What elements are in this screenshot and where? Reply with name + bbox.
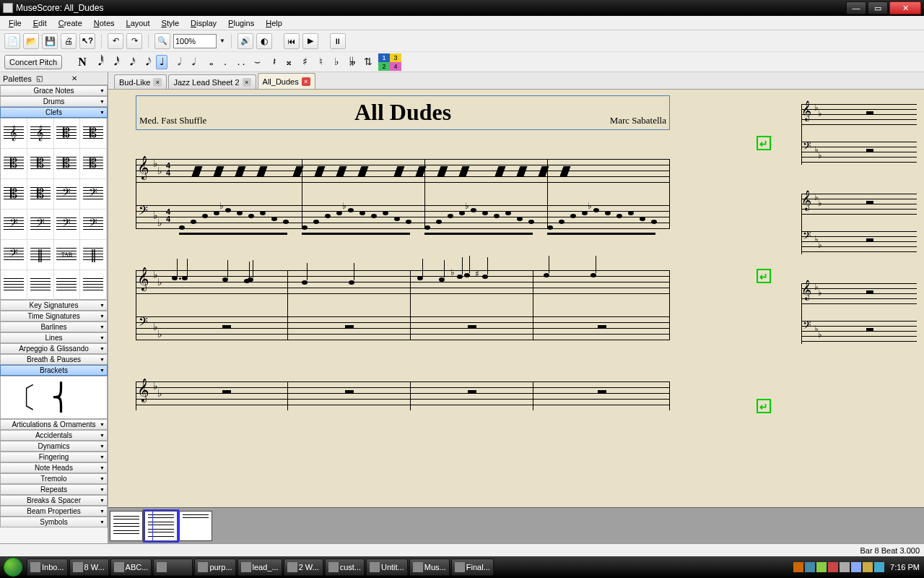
close-tab-icon[interactable]: ×	[153, 78, 162, 87]
brackets-body[interactable]: 〔 ⎨	[0, 376, 108, 419]
clef-cell[interactable]: 𝄞	[27, 118, 54, 149]
palette-row-repeats[interactable]: Repeats▼	[0, 484, 108, 495]
palette-row-time-signatures[interactable]: Time Signatures▼	[0, 311, 108, 322]
palette-row-grace-notes[interactable]: Grace Notes▼	[0, 85, 108, 96]
flip[interactable]: ⇅	[362, 55, 374, 69]
double-sharp[interactable]: 𝄪	[283, 55, 295, 69]
treble-staff[interactable]: 𝄞 ♭ ♭ 44	[136, 159, 670, 188]
close-button[interactable]: ✕	[889, 1, 921, 14]
system-break-icon[interactable]: ↵	[757, 269, 771, 283]
palette-row-key-signatures[interactable]: Key Signatures▼	[0, 300, 108, 311]
clef-cell[interactable]: ‖	[27, 240, 54, 270]
palette-row-arpeggio-glissando[interactable]: Arpeggio & Glissando▼	[0, 343, 108, 354]
clef-cell[interactable]: 𝄢	[54, 210, 81, 240]
minimize-button[interactable]: —	[846, 1, 866, 14]
palette-row-articulations-ornaments[interactable]: Articulations & Ornaments▼	[0, 419, 108, 430]
doc-tab[interactable]: Bud-Like×	[114, 74, 167, 89]
dur-2d[interactable]: 𝅗𝅥.	[188, 55, 199, 69]
title-frame[interactable]: Med. Fast Shuffle All Dudes Marc Sabatel…	[136, 95, 670, 130]
dur-1[interactable]: 𝅝	[204, 55, 215, 69]
palette-row-symbols[interactable]: Symbols▼	[0, 517, 108, 527]
voice-selector[interactable]: 1 3 2 4	[378, 53, 401, 71]
new-button[interactable]	[4, 33, 20, 49]
flat[interactable]: ♭	[331, 55, 342, 69]
palette-row-breath-pauses[interactable]: Breath & Pauses▼	[0, 354, 108, 365]
palette-row-breaks-spacer[interactable]: Breaks & Spacer▼	[0, 495, 108, 506]
dur-16[interactable]: 𝅘𝅥𝅯	[124, 55, 136, 69]
voice-4[interactable]: 4	[390, 62, 401, 71]
voice-2[interactable]: 2	[378, 62, 390, 71]
play-button[interactable]	[302, 33, 318, 49]
close-tab-icon[interactable]: ×	[243, 78, 251, 87]
zoom-button[interactable]	[154, 33, 170, 49]
menu-layout[interactable]: Layout	[121, 17, 156, 29]
taskbar-item[interactable]: cust...	[325, 558, 365, 576]
metronome-button[interactable]	[256, 33, 272, 49]
palette-row-fingering[interactable]: Fingering▼	[0, 452, 108, 462]
taskbar-item[interactable]: ABC...	[110, 558, 152, 576]
tempo-text[interactable]: Med. Fast Shuffle	[139, 115, 206, 126]
clef-cell[interactable]: 𝄡	[1, 149, 27, 179]
taskbar-item[interactable]: Untit...	[366, 558, 408, 576]
dot[interactable]: .	[219, 55, 231, 69]
clef-cell[interactable]: ‖	[80, 240, 107, 270]
nav-page-3[interactable]	[179, 511, 212, 541]
palette-row-dynamics[interactable]: Dynamics▼	[0, 441, 108, 452]
palette-row-brackets[interactable]: Brackets▼	[0, 365, 108, 376]
dur-4[interactable]: ♩	[156, 55, 167, 69]
taskbar-item[interactable]	[153, 558, 193, 576]
tray-icon[interactable]	[793, 562, 803, 572]
palette-row-accidentals[interactable]: Accidentals▼	[0, 430, 108, 441]
whatsthis-button[interactable]: ↖?	[79, 33, 95, 49]
doc-tab[interactable]: Jazz Lead Sheet 2×	[168, 74, 256, 89]
palette-close-icon[interactable]: ✕	[71, 74, 105, 82]
menu-style[interactable]: Style	[156, 17, 185, 29]
concert-pitch-button[interactable]: Concert Pitch	[4, 55, 62, 69]
menu-help[interactable]: Help	[260, 17, 288, 29]
undo-button[interactable]	[108, 33, 123, 49]
menu-file[interactable]: File	[3, 17, 27, 29]
taskbar-item[interactable]: 8 W...	[69, 558, 109, 576]
tie[interactable]: ⌣	[251, 55, 263, 69]
start-button[interactable]	[0, 556, 26, 578]
redo-button[interactable]	[126, 33, 142, 49]
taskbar-item[interactable]: purp...	[194, 558, 235, 576]
menu-plugins[interactable]: Plugins	[222, 17, 260, 29]
sound-button[interactable]	[237, 33, 253, 49]
composer-text[interactable]: Marc Sabatella	[610, 115, 666, 126]
voice-1[interactable]: 1	[378, 53, 390, 62]
navigator[interactable]	[108, 507, 924, 543]
taskbar-item[interactable]: Inbo...	[27, 558, 68, 576]
clef-cell[interactable]: 𝄢	[80, 179, 107, 210]
clef-cell[interactable]: 𝄡	[80, 149, 107, 179]
treble-staff[interactable]: 𝄞 ♭ ♭ ♯♭	[136, 270, 670, 299]
nav-page-1[interactable]	[110, 511, 143, 541]
taskbar-item[interactable]: Final...	[451, 558, 494, 576]
score-canvas[interactable]: Med. Fast Shuffle All Dudes Marc Sabatel…	[108, 90, 924, 507]
clef-cell[interactable]	[54, 270, 81, 301]
clock[interactable]: 7:16 PM	[890, 563, 920, 571]
double-flat[interactable]: 𝄫	[346, 55, 358, 69]
palette-row-barlines[interactable]: Barlines▼	[0, 322, 108, 332]
next-page-preview[interactable]: 𝄞 ♭♭ 𝄢 ♭♭ 𝄞	[801, 104, 917, 344]
clef-cell[interactable]: 𝄡	[27, 179, 54, 210]
clef-cell[interactable]: 𝄡	[1, 179, 27, 210]
clef-cell[interactable]	[1, 270, 27, 301]
maximize-button[interactable]: ▭	[868, 1, 888, 14]
doc-tab[interactable]: All_Dudes×	[258, 73, 315, 89]
tray-icon[interactable]	[874, 562, 884, 572]
menu-edit[interactable]: Edit	[27, 17, 53, 29]
dur-64[interactable]: 𝅘𝅥𝅱	[92, 55, 104, 69]
bass-staff[interactable]: 𝄢 ♭ ♭ 44 ♭♭♭♭	[136, 205, 670, 234]
palette-float-icon[interactable]: ◱	[36, 74, 69, 82]
bass-staff[interactable]: 𝄢 ♭ ♭	[136, 316, 670, 345]
voice-3[interactable]: 3	[390, 53, 401, 62]
open-button[interactable]	[23, 33, 39, 49]
menu-create[interactable]: Create	[53, 17, 88, 29]
close-tab-icon[interactable]: ×	[302, 77, 310, 86]
taskbar-item[interactable]: 2 W...	[284, 558, 323, 576]
tray-icon[interactable]	[851, 562, 861, 572]
tray-icon[interactable]	[816, 562, 827, 572]
clef-cell[interactable]: 𝄢	[1, 210, 27, 240]
rewind-button[interactable]	[284, 33, 300, 49]
